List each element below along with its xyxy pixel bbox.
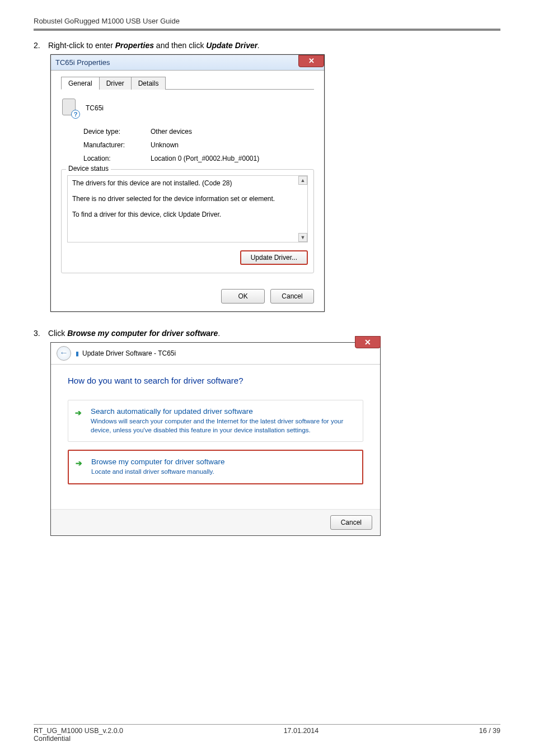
close-icon[interactable]: ✕ [298, 55, 324, 67]
footer-confidential: Confidential [34, 735, 123, 743]
option-search-automatically[interactable]: ➔ Search automatically for updated drive… [68, 400, 363, 442]
dialog-titlebar: TC65i Properties ✕ [51, 55, 324, 71]
page-header: Robustel GoRugged M1000 USB User Guide [34, 17, 500, 31]
status-line-3: To find a driver for this device, click … [72, 211, 303, 218]
scroll-down-icon[interactable]: ▼ [298, 233, 307, 242]
option1-title: Search automatically for updated driver … [91, 407, 354, 416]
step-3-num: 3. [34, 329, 46, 338]
manufacturer-value: Unknown [151, 141, 179, 149]
location-label: Location: [83, 155, 151, 162]
close-icon[interactable]: ✕ [355, 336, 381, 348]
arrow-right-icon: ➔ [76, 459, 82, 468]
tab-details[interactable]: Details [131, 77, 166, 90]
wizard-breadcrumb: Update Driver Software - TC65i [82, 349, 176, 357]
option1-desc: Windows will search your computer and th… [91, 417, 354, 435]
device-icon: ? [61, 97, 80, 119]
step-3-text: 3. Click Browse my computer for driver s… [34, 329, 500, 338]
wizard-cancel-button[interactable]: Cancel [330, 515, 372, 530]
arrow-right-icon: ➔ [75, 408, 82, 417]
device-name: TC65i [86, 104, 104, 112]
back-button-icon[interactable]: ← [57, 346, 71, 361]
option-browse-computer[interactable]: ➔ Browse my computer for driver software… [68, 450, 363, 484]
step-2-text: 2. Right-click to enter Properties and t… [34, 41, 500, 50]
tab-general[interactable]: General [61, 77, 100, 90]
footer-doc: RT_UG_M1000 USB_v.2.0.0 [34, 727, 123, 735]
status-line-2: There is no driver selected for the devi… [72, 195, 303, 203]
scroll-up-icon[interactable]: ▲ [298, 176, 307, 185]
device-type-value: Other devices [151, 128, 192, 136]
step-2-num: 2. [34, 41, 46, 50]
wizard-glyph-icon: ▮ [76, 350, 79, 357]
status-line-1: The drivers for this device are not inst… [72, 179, 303, 187]
ok-button[interactable]: OK [221, 289, 265, 304]
manufacturer-label: Manufacturer: [83, 141, 151, 149]
device-status-textbox[interactable]: The drivers for this device are not inst… [67, 175, 308, 242]
page-footer: RT_UG_M1000 USB_v.2.0.0 Confidential 17.… [34, 724, 500, 743]
wizard-heading: How do you want to search for driver sof… [68, 376, 363, 385]
device-status-title: Device status [66, 165, 111, 172]
device-type-label: Device type: [83, 128, 151, 136]
footer-page: 16 / 39 [479, 727, 500, 743]
update-driver-wizard: ✕ ← ▮ Update Driver Software - TC65i How… [50, 342, 381, 536]
option2-title: Browse my computer for driver software [91, 458, 353, 466]
location-value: Location 0 (Port_#0002.Hub_#0001) [151, 155, 259, 162]
dialog-title: TC65i Properties [55, 58, 110, 67]
update-driver-button[interactable]: Update Driver... [240, 250, 308, 265]
device-status-group: Device status The drivers for this devic… [61, 169, 314, 273]
tab-strip: General Driver Details [61, 76, 314, 90]
wizard-header: ← ▮ Update Driver Software - TC65i [51, 343, 380, 365]
cancel-button[interactable]: Cancel [270, 289, 314, 304]
footer-date: 17.01.2014 [284, 727, 319, 743]
tab-driver[interactable]: Driver [99, 77, 132, 90]
properties-dialog: TC65i Properties ✕ General Driver Detail… [50, 54, 325, 312]
option2-desc: Locate and install driver software manua… [91, 468, 353, 477]
